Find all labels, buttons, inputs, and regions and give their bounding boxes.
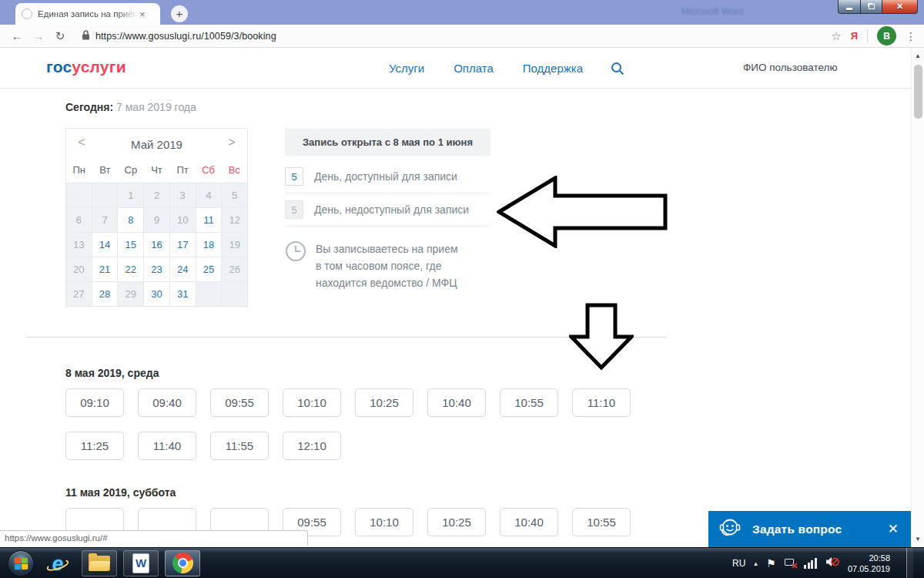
time-slot-09-40[interactable]: 09:40 — [138, 388, 196, 417]
time-slot-row: 11:2511:4011:5512:10 — [65, 432, 697, 460]
scroll-down-icon[interactable]: ▼ — [912, 536, 924, 543]
nav-item-1[interactable]: Услуги — [389, 62, 424, 75]
taskbar-chrome[interactable] — [165, 550, 200, 576]
scroll-up-icon[interactable]: ▲ — [912, 52, 924, 59]
calendar-day-7: 7 — [92, 208, 118, 232]
day-section-title: 11 мая 2019, суббота — [65, 486, 697, 499]
refresh-button[interactable]: ↻ — [49, 29, 71, 43]
annotation-arrow-down-icon — [569, 303, 634, 371]
time-slot-09-10[interactable]: 09:10 — [65, 388, 124, 417]
today-date: 7 мая 2019 года — [116, 101, 196, 113]
time-slot-12-10[interactable]: 12:10 — [283, 432, 341, 460]
windows-logo-icon — [15, 557, 28, 570]
calendar-day-11[interactable]: 11 — [196, 208, 222, 232]
legend-item-2: 5День, недоступный для записи — [285, 193, 490, 227]
calendar-day-22[interactable]: 22 — [118, 257, 143, 281]
weekday-4: Чт — [144, 161, 170, 183]
device-error-icon[interactable]: ✕ — [784, 558, 795, 569]
time-slot-11-55[interactable]: 11:55 — [210, 432, 269, 460]
time-slot-10-10[interactable]: 10:10 — [355, 508, 413, 536]
show-desktop-button[interactable] — [906, 548, 913, 578]
clock-icon — [285, 240, 306, 291]
tray-expand-icon[interactable]: ▴ — [754, 560, 758, 567]
calendar-day-25[interactable]: 25 — [196, 257, 222, 281]
minimize-button[interactable] — [838, 0, 861, 14]
nav-item-3[interactable]: Поддержка — [523, 62, 583, 75]
language-indicator[interactable]: RU — [732, 558, 745, 569]
calendar-day-31[interactable]: 31 — [170, 282, 196, 306]
restore-button[interactable] — [861, 0, 882, 14]
chat-close-icon[interactable]: ✕ — [888, 521, 899, 537]
calendar-day-9: 9 — [144, 208, 169, 232]
site-header: госуслуги УслугиОплатаПоддержка ФИО поль… — [0, 48, 924, 89]
desktop-glass-text: Microsoft Word — [681, 6, 743, 17]
calendar-day-24[interactable]: 24 — [170, 257, 196, 281]
calendar-next-icon[interactable]: > — [224, 136, 239, 150]
start-button[interactable] — [8, 550, 34, 576]
tab-close-icon[interactable]: × — [139, 8, 146, 20]
ask-question-widget[interactable]: Задать вопрос ✕ — [708, 511, 911, 547]
weekday-7: Вс — [221, 161, 247, 183]
search-icon[interactable] — [611, 62, 624, 79]
legend-item-label: День, недоступный для записи — [314, 203, 469, 216]
address-bar[interactable]: https://www.gosuslugi.ru/10059/3/booking — [95, 31, 276, 42]
calendar-day-17[interactable]: 17 — [170, 233, 196, 257]
time-slot-10-25[interactable]: 10:25 — [355, 388, 413, 417]
calendar-day-23[interactable]: 23 — [144, 257, 169, 281]
gosuslugi-logo[interactable]: госуслуги — [46, 58, 126, 76]
calendar-weekdays: ПнВтСрЧтПтСбВс — [66, 161, 247, 183]
yandex-extension-icon[interactable]: Я — [851, 30, 858, 42]
calendar-day-13: 13 — [66, 233, 92, 257]
calendar-day-18[interactable]: 18 — [196, 233, 222, 257]
close-window-button[interactable]: ✕ — [882, 0, 918, 14]
day-sections: 8 мая 2019, среда09:1009:4009:5510:1010:… — [65, 367, 697, 547]
calendar-day-15[interactable]: 15 — [118, 233, 143, 257]
scrollbar-thumb[interactable] — [914, 65, 922, 119]
page-scrollbar[interactable]: ▲ ▼ — [911, 48, 924, 547]
time-slot-10-55[interactable]: 10:55 — [500, 388, 558, 417]
calendar-day-30[interactable]: 30 — [144, 282, 169, 306]
time-slot-10-25[interactable]: 10:25 — [427, 508, 486, 536]
time-slot-11-25[interactable]: 11:25 — [65, 432, 124, 460]
back-button[interactable]: ← — [6, 29, 28, 42]
calendar-day-8[interactable]: 8 — [118, 208, 143, 232]
browser-tab[interactable]: Единая запись на приём в подр × — [15, 3, 160, 25]
calendar-prev-icon[interactable]: < — [74, 136, 89, 150]
taskbar-internet-explorer[interactable]: e — [40, 550, 75, 576]
time-slot-09-55[interactable]: 09:55 — [210, 388, 269, 417]
taskbar-file-explorer[interactable] — [82, 550, 117, 576]
time-slot-10-40[interactable]: 10:40 — [427, 388, 486, 417]
time-slot-11-40[interactable]: 11:40 — [138, 432, 196, 460]
new-tab-button[interactable]: + — [171, 5, 188, 22]
calendar-day-14[interactable]: 14 — [92, 233, 118, 257]
window-controls: ✕ — [838, 0, 918, 14]
browser-toolbar: ← → ↻ https://www.gosuslugi.ru/10059/3/b… — [0, 25, 924, 48]
time-slot-10-55[interactable]: 10:55 — [572, 508, 631, 536]
time-slot-10-10[interactable]: 10:10 — [283, 388, 341, 417]
russian-flag-favicon-icon — [22, 8, 32, 19]
calendar-day-21[interactable]: 21 — [92, 257, 118, 281]
time-slot-11-10[interactable]: 11:10 — [572, 388, 631, 417]
forward-button[interactable]: → — [28, 29, 49, 42]
taskbar-word[interactable]: W — [123, 550, 159, 576]
bookmark-star-icon[interactable]: ☆ — [831, 29, 841, 43]
user-name[interactable]: ФИО пользователю — [743, 62, 838, 73]
timezone-note-line: Вы записываетесь на прием — [316, 240, 458, 257]
action-center-flag-icon[interactable]: ⚑ — [766, 557, 776, 570]
calendar-day-28[interactable]: 28 — [92, 282, 118, 306]
time-slot-10-40[interactable]: 10:40 — [500, 508, 558, 536]
windows-taskbar: e W RU ▴ ⚑ ✕ 20:58 07.05.2019 — [0, 547, 924, 578]
volume-muted-icon[interactable] — [825, 556, 839, 571]
profile-avatar[interactable]: В — [877, 26, 896, 45]
legend-sample-available: 5 — [285, 167, 303, 186]
calendar-day-16[interactable]: 16 — [144, 233, 169, 257]
browser-menu-icon[interactable]: ⋮ — [906, 30, 916, 42]
calendar-day-20: 20 — [66, 257, 92, 281]
calendar-day-10: 10 — [170, 208, 196, 232]
network-signal-icon[interactable] — [804, 558, 817, 569]
weekday-5: Пт — [169, 161, 196, 183]
tray-clock[interactable]: 20:58 07.05.2019 — [848, 553, 890, 574]
calendar-day-27: 27 — [66, 282, 92, 306]
nav-item-2[interactable]: Оплата — [454, 62, 494, 75]
calendar-empty-cell — [92, 183, 118, 207]
